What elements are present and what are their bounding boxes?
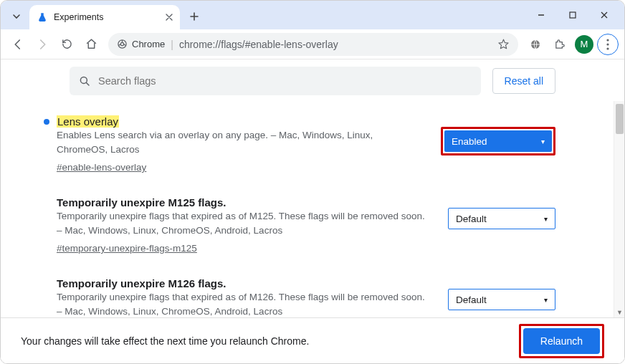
back-button[interactable] [6, 33, 29, 56]
flag-anchor-link[interactable]: #enable-lens-overlay [57, 162, 146, 173]
chevron-down-icon: ▾ [541, 138, 545, 145]
minimize-button[interactable] [525, 4, 557, 26]
relaunch-message: Your changes will take effect the next t… [21, 335, 519, 347]
flag-title: Lens overlay [57, 115, 424, 128]
flag-state-value: Default [456, 214, 487, 224]
browser-tab-active[interactable]: Experiments [29, 5, 180, 29]
extensions-puzzle-icon[interactable] [548, 33, 571, 56]
window-controls [525, 1, 620, 29]
new-tab-button[interactable] [184, 6, 204, 27]
chevron-down-icon: ▾ [544, 215, 548, 223]
svg-point-5 [606, 39, 609, 41]
browser-titlebar: Experiments [1, 1, 624, 29]
chevron-down-icon: ▾ [544, 296, 548, 304]
profile-avatar[interactable]: M [573, 33, 596, 56]
close-window-button[interactable] [588, 4, 620, 26]
select-highlight-frame: Enabled▾ [441, 127, 555, 155]
flag-anchor-link[interactable]: #temporary-unexpire-flags-m125 [57, 243, 197, 254]
reset-all-button[interactable]: Reset all [492, 68, 555, 94]
flag-title: Temporarily unexpire M125 flags. [57, 196, 226, 209]
flag-item: Lens overlayEnables Lens search via an o… [44, 105, 555, 186]
svg-point-2 [120, 42, 123, 45]
flag-description: Temporarily unexpire flags that expired … [57, 209, 431, 237]
flags-header: Reset all [1, 59, 624, 101]
site-chip-label: Chrome [132, 39, 165, 49]
flags-list: Lens overlayEnables Lens search via an o… [1, 101, 624, 317]
chrome-icon [117, 39, 128, 49]
relaunch-button[interactable]: Relaunch [523, 328, 600, 354]
flag-item: Temporarily unexpire M125 flags.Temporar… [44, 186, 555, 267]
maximize-button[interactable] [557, 4, 588, 26]
home-button[interactable] [80, 33, 102, 56]
flags-page: Reset all Lens overlayEnables Lens searc… [1, 59, 624, 363]
svg-rect-0 [570, 12, 576, 18]
svg-point-7 [606, 47, 609, 49]
close-tab-button[interactable] [166, 14, 173, 21]
tab-title: Experiments [54, 12, 103, 22]
vertical-scrollbar[interactable]: ▲ ▼ [614, 101, 624, 317]
relaunch-highlight-frame: Relaunch [519, 324, 604, 358]
search-icon [78, 75, 91, 87]
browser-toolbar: Chrome | chrome://flags/#enable-lens-ove… [1, 29, 624, 59]
flag-description: Enables Lens search via an overlay on an… [57, 128, 424, 156]
url-text: chrome://flags/#enable-lens-overlay [179, 39, 492, 50]
tab-search-button[interactable] [6, 6, 27, 27]
flag-state-value: Default [456, 294, 487, 305]
address-bar[interactable]: Chrome | chrome://flags/#enable-lens-ove… [108, 33, 518, 56]
forward-button[interactable] [31, 33, 54, 56]
flag-description: Temporarily unexpire flags that expired … [57, 290, 431, 317]
modified-dot-icon [44, 119, 49, 125]
avatar-letter: M [581, 39, 588, 49]
flag-item: Temporarily unexpire M126 flags.Temporar… [44, 267, 555, 317]
search-input[interactable] [98, 75, 472, 87]
scroll-down-arrow[interactable]: ▼ [614, 307, 624, 317]
flag-state-value: Enabled [452, 136, 487, 147]
flag-state-select[interactable]: Default▾ [448, 289, 555, 310]
scroll-thumb[interactable] [616, 104, 624, 134]
flask-icon [37, 11, 48, 23]
flag-state-select[interactable]: Enabled▾ [444, 130, 552, 152]
globe-extension-icon[interactable] [524, 33, 547, 56]
relaunch-bar: Your changes will take effect the next t… [1, 317, 624, 363]
chrome-menu-button[interactable] [597, 34, 619, 55]
bookmark-star-icon[interactable] [497, 38, 510, 50]
flag-title: Temporarily unexpire M126 flags. [57, 277, 226, 289]
search-flags-field[interactable] [70, 67, 481, 95]
svg-point-6 [606, 43, 609, 45]
reload-button[interactable] [55, 33, 78, 56]
site-chip: Chrome [117, 39, 165, 49]
flag-state-select[interactable]: Default▾ [448, 208, 555, 229]
